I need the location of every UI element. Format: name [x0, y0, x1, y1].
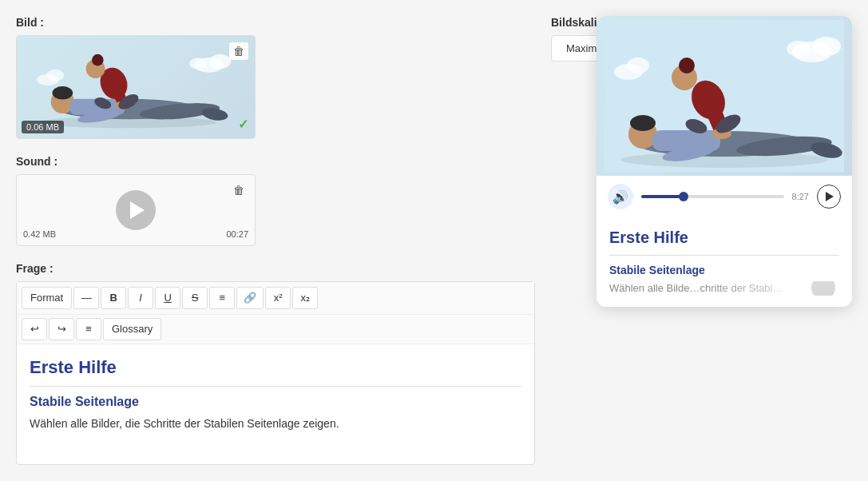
svg-point-5 [53, 86, 73, 100]
format-button[interactable]: Format [22, 287, 72, 309]
subscript-button[interactable]: x₂ [292, 287, 318, 309]
align-button[interactable]: ≡ [76, 318, 101, 340]
audio-progress-fill [641, 195, 684, 198]
image-size: 0.06 MB [22, 121, 64, 133]
sound-container: 0.42 MB 00:27 🗑 [16, 174, 256, 246]
image-delete-button[interactable]: 🗑 [229, 42, 248, 60]
svg-point-42 [627, 58, 649, 74]
audio-progress-bar[interactable] [641, 195, 784, 198]
overlay-circle [811, 281, 835, 296]
sound-delete-button[interactable]: 🗑 [229, 181, 248, 199]
list-button[interactable]: ≡ [209, 287, 235, 309]
superscript-button[interactable]: x² [265, 287, 291, 309]
preview-title: Erste Hilfe [609, 229, 839, 247]
toolbar-row1: Format — B I U S ≡ 🔗 x² x₂ [17, 282, 534, 315]
image-container: 0.06 MB ✓ 🗑 [16, 35, 256, 139]
svg-point-10 [92, 54, 104, 66]
preview-content: Erste Hilfe Stabile Seitenlage Wählen al… [597, 217, 852, 307]
audio-bar: 🔊 8:27 [597, 176, 852, 217]
redo-button[interactable]: ↪ [49, 318, 74, 340]
preview-play-button[interactable] [817, 185, 841, 209]
preview-subtitle: Stabile Seitenlage [609, 264, 839, 276]
cpr-illustration [32, 43, 240, 131]
preview-card: 🔊 8:27 Erste Hilfe Stabile Seitenlage Wä… [597, 16, 852, 307]
preview-divider [609, 255, 839, 256]
sound-size: 0.42 MB [23, 229, 56, 239]
bold-button[interactable]: B [101, 287, 126, 309]
glossary-button[interactable]: Glossary [103, 318, 161, 340]
svg-point-18 [189, 58, 207, 70]
svg-point-17 [209, 54, 232, 69]
frage-label: Frage : [16, 262, 535, 275]
underline-button[interactable]: U [155, 287, 180, 309]
editor-content[interactable]: Erste Hilfe Stabile Seitenlage Wählen al… [17, 344, 534, 464]
strikethrough-button[interactable]: S [182, 287, 208, 309]
editor-subtitle: Stabile Seitenlage [30, 395, 521, 409]
preview-body: Wählen alle Bilde…chritte der Stabi… [609, 281, 839, 296]
editor-body: Wählen alle Bilder, die Schritte der Sta… [30, 415, 521, 432]
svg-point-20 [46, 70, 64, 81]
svg-point-39 [812, 37, 841, 56]
audio-progress-thumb [679, 192, 688, 201]
undo-button[interactable]: ↩ [22, 318, 47, 340]
sound-label: Sound : [16, 155, 535, 168]
toolbar-row2: ↩ ↪ ≡ Glossary [17, 315, 534, 344]
preview-cpr-illustration [604, 20, 844, 172]
image-check: ✓ [238, 117, 248, 132]
bild-label: Bild : [16, 16, 535, 29]
editor-title: Erste Hilfe [30, 357, 521, 378]
sound-duration: 00:27 [226, 229, 248, 239]
hr-button[interactable]: — [73, 287, 99, 309]
editor-divider [30, 386, 521, 387]
italic-button[interactable]: I [128, 287, 153, 309]
play-triangle-icon [130, 201, 145, 219]
svg-point-27 [630, 115, 656, 131]
svg-point-32 [679, 58, 695, 74]
audio-time: 8:27 [792, 192, 809, 201]
play-icon [826, 192, 834, 201]
preview-overlay [701, 281, 839, 296]
svg-point-40 [787, 41, 811, 57]
audio-icon: 🔊 [608, 184, 633, 209]
link-button[interactable]: 🔗 [236, 287, 264, 309]
editor-container: Format — B I U S ≡ 🔗 x² x₂ ↩ ↪ ≡ Glossar… [16, 281, 535, 465]
sound-play-button[interactable] [116, 190, 156, 230]
preview-image-area [597, 16, 852, 176]
